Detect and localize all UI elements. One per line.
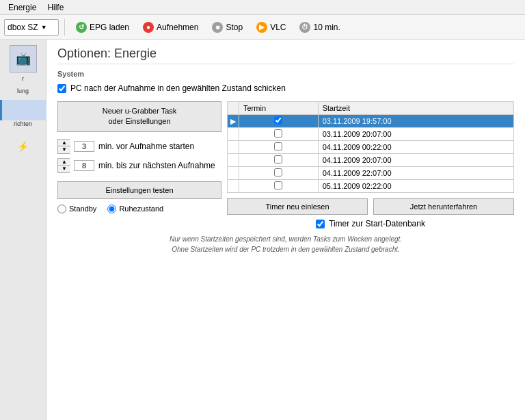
right-column: Termin Startzeit ▶03.11.2009 19:57:0003.… — [227, 101, 514, 228]
toolbar: dbox SZ ▼ ↺ EPG laden ● Aufnehmen ■ Stop… — [0, 15, 525, 40]
epg-label: EPG laden — [90, 23, 129, 32]
table-row[interactable]: 05.11.2009 02:22:00 — [228, 180, 514, 193]
checkbox-cell[interactable] — [239, 115, 319, 128]
table-row[interactable]: 04.11.2009 00:22:00 — [228, 141, 514, 154]
menu-energie[interactable]: Energie — [3, 1, 42, 14]
section-label: System — [57, 70, 514, 78]
radio-ruhezustand-label: Ruhezustand — [119, 205, 163, 213]
schedule-table: Termin Startzeit ▶03.11.2009 19:57:0003.… — [227, 101, 514, 193]
test-button-label: Einstellungen testen — [105, 186, 173, 194]
spinner2-row: ▲ ▼ min. bis zur nächsten Aufnahme — [57, 158, 221, 173]
main-checkbox-row: PC nach der Aufnahme in den gewählten Zu… — [57, 83, 514, 93]
bottom-btn-row: Timer neu einlesen Jetzt herunterfahren — [227, 198, 514, 215]
stop-button[interactable]: ■ Stop — [206, 18, 248, 37]
col-startzeit: Startzeit — [318, 102, 513, 115]
arrow-cell — [228, 141, 239, 154]
aufnehmen-button[interactable]: ● Aufnehmen — [137, 18, 204, 37]
record-icon: ● — [143, 22, 154, 33]
spinner2-label: min. bis zur nächsten Aufnahme — [98, 161, 215, 170]
min-icon: ⏱ — [299, 22, 310, 33]
sidebar-tv-icon: 📺 — [10, 45, 37, 73]
menu-hilfe[interactable]: Hilfe — [42, 1, 69, 14]
spinner2[interactable]: ▲ ▼ — [57, 158, 70, 173]
row-checkbox[interactable] — [274, 168, 282, 176]
checkbox-cell[interactable] — [239, 141, 319, 154]
table-row[interactable]: 04.11.2009 22:07:00 — [228, 167, 514, 180]
shutdown-button[interactable]: Jetzt herunterfahren — [373, 198, 514, 215]
epg-icon: ↺ — [76, 22, 87, 33]
device-label: dbox SZ — [8, 23, 38, 32]
vlc-icon: ▶ — [256, 22, 267, 33]
radio-standby[interactable]: Standby — [57, 205, 96, 213]
startzeit-cell: 04.11.2009 00:22:00 — [318, 141, 513, 154]
stop-icon: ■ — [212, 22, 223, 33]
checkbox-cell[interactable] — [239, 167, 319, 180]
main-checkbox-label: PC nach der Aufnahme in den gewählten Zu… — [70, 83, 286, 93]
spinner1[interactable]: ▲ ▼ — [57, 139, 70, 154]
dropdown-arrow-icon: ▼ — [41, 24, 47, 31]
sidebar-active-item[interactable] — [0, 100, 46, 120]
stop-label: Stop — [226, 23, 243, 32]
spinner2-up[interactable]: ▲ — [58, 159, 70, 166]
options-panel: Optionen: Energie System PC nach der Auf… — [46, 40, 525, 261]
min-button[interactable]: ⏱ 10 min. — [294, 18, 345, 37]
row-checkbox[interactable] — [274, 142, 282, 150]
task-button[interactable]: Neuer u-Grabber Taskoder Einstellungen — [57, 101, 221, 132]
spinner1-label: min. vor Aufnahme starten — [98, 142, 194, 151]
timer-checkbox-label: Timer zur Start-Datenbank — [329, 219, 425, 228]
sidebar-label-2: lung — [17, 88, 29, 94]
table-row[interactable]: ▶03.11.2009 19:57:00 — [228, 115, 514, 128]
content-area: Optionen: Energie System PC nach der Auf… — [46, 40, 525, 420]
checkbox-cell[interactable] — [239, 128, 319, 141]
col-arrow — [228, 102, 239, 115]
spinner2-value[interactable] — [74, 160, 94, 171]
shutdown-label: Jetzt herunterfahren — [410, 202, 477, 211]
arrow-cell — [228, 154, 239, 167]
startzeit-cell: 03.11.2009 20:07:00 — [318, 128, 513, 141]
spinner1-value[interactable] — [74, 141, 94, 152]
radio-standby-label: Standby — [69, 205, 96, 213]
epg-button[interactable]: ↺ EPG laden — [70, 18, 135, 37]
col-termin: Termin — [239, 102, 319, 115]
startzeit-cell: 05.11.2009 02:22:00 — [318, 180, 513, 193]
main-checkbox[interactable] — [57, 84, 66, 93]
spinner2-down[interactable]: ▼ — [58, 166, 70, 172]
test-button[interactable]: Einstellungen testen — [57, 181, 221, 199]
radio-row: Standby Ruhezustand — [57, 205, 221, 213]
timer-checkbox-row: Timer zur Start-Datenbank — [227, 219, 514, 228]
timer-reload-button[interactable]: Timer neu einlesen — [227, 198, 368, 215]
spinner1-up[interactable]: ▲ — [58, 140, 70, 146]
vlc-label: VLC — [270, 23, 286, 32]
spinner1-down[interactable]: ▼ — [58, 146, 70, 153]
sidebar-small-icon: ⚡ — [12, 135, 34, 157]
startzeit-cell: 04.11.2009 20:07:00 — [318, 154, 513, 167]
toolbar-separator-1 — [64, 19, 65, 36]
info-line-1: Nur wenn Startzeiten gespeichert sind, w… — [57, 234, 514, 244]
table-row[interactable]: 04.11.2009 20:07:00 — [228, 154, 514, 167]
page-title: Optionen: Energie — [57, 47, 514, 64]
checkbox-cell[interactable] — [239, 154, 319, 167]
info-text: Nur wenn Startzeiten gespeichert sind, w… — [57, 234, 514, 254]
arrow-cell — [228, 167, 239, 180]
row-checkbox[interactable] — [274, 181, 282, 189]
min-label: 10 min. — [313, 23, 340, 32]
left-column: Neuer u-Grabber Taskoder Einstellungen ▲… — [57, 101, 221, 228]
task-button-label: Neuer u-Grabber Taskoder Einstellungen — [103, 107, 177, 125]
radio-standby-input[interactable] — [57, 205, 66, 213]
radio-ruhezustand[interactable]: Ruhezustand — [107, 205, 163, 213]
vlc-button[interactable]: ▶ VLC — [251, 18, 291, 37]
radio-ruhezustand-input[interactable] — [107, 205, 116, 213]
startzeit-cell: 03.11.2009 19:57:00 — [318, 115, 513, 128]
sidebar-label-3: richten — [14, 120, 32, 127]
device-dropdown[interactable]: dbox SZ ▼ — [4, 19, 59, 36]
sidebar-label-1: r — [22, 75, 24, 82]
row-checkbox[interactable] — [274, 155, 282, 163]
schedule-table-wrapper: Termin Startzeit ▶03.11.2009 19:57:0003.… — [227, 101, 514, 193]
row-checkbox[interactable] — [274, 116, 282, 124]
table-row[interactable]: 03.11.2009 20:07:00 — [228, 128, 514, 141]
startzeit-cell: 04.11.2009 22:07:00 — [318, 167, 513, 180]
row-checkbox[interactable] — [274, 129, 282, 137]
timer-checkbox[interactable] — [316, 220, 325, 228]
main-layout: 📺 r lung richten ⚡ Optionen: Energie Sys… — [0, 40, 525, 420]
checkbox-cell[interactable] — [239, 180, 319, 193]
